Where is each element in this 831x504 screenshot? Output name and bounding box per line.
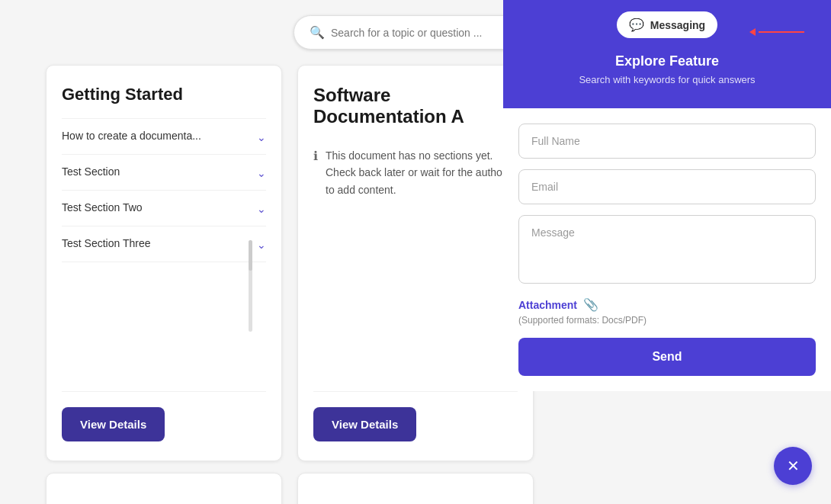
chevron-down-icon: ⌄ [257,203,266,215]
info-icon: ℹ [313,149,318,163]
arrow-line [759,31,804,33]
attachment-hint: (Supported formats: Docs/PDF) [518,315,816,326]
email-input[interactable] [518,169,816,204]
popup-header: 💬 Messaging Explore Feature Search with … [503,0,831,108]
card2-footer: View Details [313,391,518,441]
close-button[interactable]: ✕ [774,447,812,485]
popup-body: Attachment 📎 (Supported formats: Docs/PD… [503,108,831,391]
list-item[interactable]: How to create a documenta... ⌄ [62,118,266,155]
info-box: ℹ This document has no sections yet. Che… [313,140,518,206]
chevron-down-icon: ⌄ [257,167,266,179]
bottom-card-right [297,473,534,504]
getting-started-card: Getting Started How to create a document… [46,65,282,461]
card1-sections: How to create a documenta... ⌄ Test Sect… [62,118,266,391]
chevron-down-icon: ⌄ [257,131,266,143]
card2-title: Software Documentation A [313,85,518,127]
section-label: Test Section Two [62,201,251,213]
message-field [518,215,816,287]
view-details-button[interactable]: View Details [313,407,416,441]
card1-title: Getting Started [62,85,266,104]
explore-subtitle: Search with keywords for quick answers [518,74,816,85]
popup-overlay: 💬 Messaging Explore Feature Search with … [503,0,831,504]
section-label: How to create a documenta... [62,130,251,142]
section-label: Test Section Three [62,237,251,249]
messaging-label: Messaging [650,19,705,31]
messaging-button[interactable]: 💬 Messaging [617,11,717,38]
send-button[interactable]: Send [518,338,816,376]
explore-title: Explore Feature [518,53,816,69]
scrollbar-thumb[interactable] [249,240,252,271]
search-icon: 🔍 [310,25,325,40]
view-details-button[interactable]: View Details [62,407,165,441]
close-icon: ✕ [787,457,800,475]
info-text: This document has no sections yet. Check… [326,147,518,198]
list-item[interactable]: Test Section ⌄ [62,155,266,191]
message-textarea[interactable] [518,215,816,284]
search-bar: 🔍 [294,15,537,50]
software-doc-card: Software Documentation A ℹ This document… [297,65,534,461]
chevron-down-icon: ⌄ [257,239,266,251]
list-item[interactable]: Test Section Two ⌄ [62,191,266,226]
messaging-icon: 💬 [629,18,644,32]
email-field [518,169,816,204]
section-label: Test Section [62,165,251,178]
search-input[interactable] [331,27,521,39]
full-name-field [518,124,816,159]
attachment-label[interactable]: Attachment [518,299,577,311]
attachment-row: Attachment 📎 [518,297,816,312]
paperclip-icon: 📎 [583,297,598,312]
bottom-card-left [46,473,282,504]
scrollbar-track [249,240,252,332]
card1-footer: View Details [62,391,266,441]
arrow-indicator [749,28,804,36]
list-item[interactable]: Test Section Three ⌄ [62,226,266,262]
full-name-input[interactable] [518,124,816,159]
arrow-head-icon [749,28,756,36]
